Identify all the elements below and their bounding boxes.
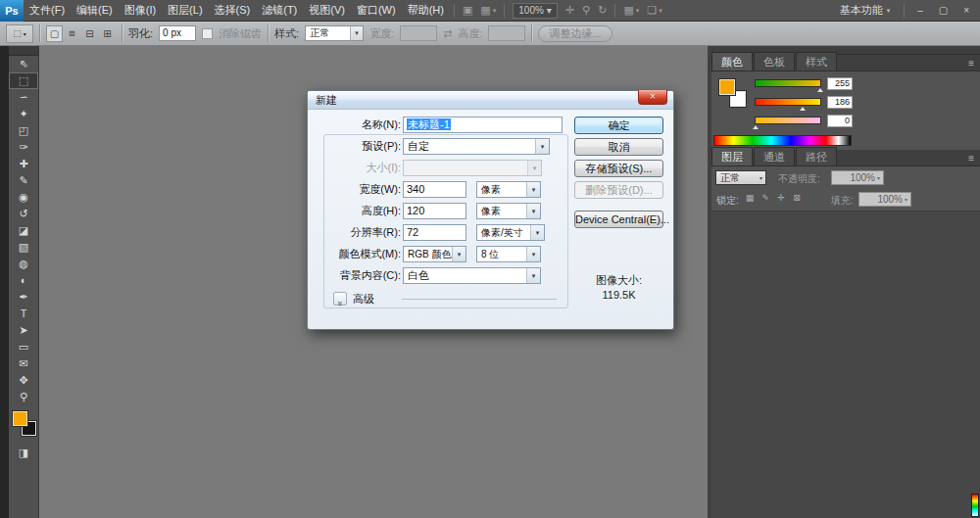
green-slider-thumb[interactable] <box>800 107 806 111</box>
lock-image-icon[interactable]: ✎ <box>759 193 772 203</box>
path-selection-tool[interactable]: ➤ <box>9 322 38 339</box>
dialog-close-button[interactable]: × <box>638 90 667 105</box>
clone-stamp-tool[interactable]: ◉ <box>9 189 38 206</box>
hand-tool-icon[interactable]: ✛ <box>562 4 578 17</box>
shape-tool[interactable]: ▭ <box>9 339 38 355</box>
red-value-field[interactable]: 255 <box>827 77 853 90</box>
width-unit-select[interactable]: 像素 ▾ <box>476 181 541 198</box>
chevron-down-icon: ▾ <box>526 182 540 197</box>
gradient-tool[interactable]: ▧ <box>9 239 38 256</box>
tab-color[interactable]: 颜色 <box>711 52 753 71</box>
fill-field[interactable]: 100% ▾ <box>858 192 911 207</box>
panel-menu-icon[interactable]: ≡ <box>962 58 980 71</box>
save-preset-button[interactable]: 存储预设(S)... <box>574 160 663 177</box>
blur-tool[interactable]: ◍ <box>9 256 38 272</box>
background-contents-select[interactable]: 白色 ▾ <box>403 267 541 284</box>
lock-all-icon[interactable]: ⊠ <box>790 193 804 203</box>
preset-select[interactable]: 自定 ▾ <box>403 138 550 155</box>
ok-button[interactable]: 确定 <box>574 117 663 134</box>
lock-position-icon[interactable]: ✛ <box>774 193 788 203</box>
foreground-color-swatch[interactable] <box>13 411 27 426</box>
arrange-documents-icon[interactable]: ▦▾ <box>619 4 643 17</box>
tools-panel-grip[interactable] <box>9 46 38 56</box>
lasso-tool[interactable]: ∽ <box>9 89 38 106</box>
color-mode-select[interactable]: RGB 颜色 ▾ <box>403 246 466 262</box>
resolution-input[interactable]: 72 <box>403 224 466 241</box>
lock-transparent-icon[interactable]: ▦ <box>743 193 757 203</box>
blue-slider-thumb[interactable] <box>753 125 759 129</box>
view-extras-icon[interactable]: ▦▾ <box>476 4 500 17</box>
height-input[interactable]: 120 <box>403 203 466 219</box>
menu-image[interactable]: 图像(I) <box>119 0 162 21</box>
notes-tool[interactable]: ✉ <box>9 355 38 372</box>
launch-bridge-icon[interactable]: ▣ <box>459 4 476 17</box>
tab-styles[interactable]: 样式 <box>796 52 837 71</box>
bit-depth-select[interactable]: 8 位 ▾ <box>476 246 541 262</box>
green-value-field[interactable]: 186 <box>827 96 853 109</box>
layers-options-row: 正常 ▾ 不透明度: 100% ▾ <box>711 168 980 189</box>
zoom-level-field[interactable]: 100% ▾ <box>513 3 558 19</box>
opacity-field[interactable]: 100% ▾ <box>831 170 884 185</box>
menu-view[interactable]: 视图(V) <box>303 0 351 21</box>
subtract-from-selection-icon[interactable]: ⊟ <box>81 25 98 42</box>
workspace-switcher[interactable]: 基本功能 ▾ <box>832 3 899 18</box>
type-tool[interactable]: T <box>9 306 38 322</box>
close-button[interactable]: × <box>956 1 976 21</box>
dodge-tool[interactable]: ◐ <box>9 272 38 289</box>
mini-color-ramp[interactable] <box>971 494 979 517</box>
dialog-titlebar[interactable]: 新建 × <box>308 91 673 110</box>
tab-paths[interactable]: 路径 <box>796 147 837 165</box>
red-slider[interactable] <box>755 79 821 87</box>
brush-tool[interactable]: ✎ <box>9 172 38 189</box>
zoom-tool[interactable]: ⚲ <box>9 389 38 405</box>
spot-healing-tool[interactable]: ✚ <box>9 156 38 172</box>
rectangular-marquee-tool[interactable]: ⬚ <box>9 72 38 89</box>
cancel-button[interactable]: 取消 <box>574 138 663 156</box>
tab-layers[interactable]: 图层 <box>711 147 753 165</box>
advanced-expander[interactable]: » <box>333 292 347 306</box>
new-selection-icon[interactable]: ▢ <box>46 25 63 42</box>
style-select[interactable]: 正常 ▾ <box>305 25 364 41</box>
restore-button[interactable]: ▢ <box>932 1 955 21</box>
zoom-tool-icon[interactable]: ⚲ <box>578 4 594 17</box>
eraser-tool[interactable]: ◪ <box>9 222 38 239</box>
hand-tool[interactable]: ✥ <box>9 372 38 389</box>
preset-label: 预设(P): <box>318 138 401 155</box>
tab-channels[interactable]: 通道 <box>754 147 795 165</box>
menu-file[interactable]: 文件(F) <box>24 0 71 21</box>
blue-value-field[interactable]: 0 <box>827 115 853 127</box>
menu-help[interactable]: 帮助(H) <box>402 0 450 21</box>
pen-tool[interactable]: ✒ <box>9 289 38 306</box>
rotate-view-icon[interactable]: ↻ <box>594 4 611 17</box>
blend-mode-select[interactable]: 正常 ▾ <box>715 170 766 185</box>
eyedropper-tool[interactable]: ✑ <box>9 139 38 156</box>
menu-select[interactable]: 选择(S) <box>209 0 257 21</box>
minimize-button[interactable]: – <box>910 1 930 21</box>
color-spectrum-ramp[interactable] <box>713 135 852 146</box>
intersect-selection-icon[interactable]: ⊞ <box>99 25 116 42</box>
menu-filter[interactable]: 滤镜(T) <box>256 0 303 21</box>
tab-swatches[interactable]: 色板 <box>754 52 795 71</box>
menu-edit[interactable]: 编辑(E) <box>71 0 119 21</box>
move-tool[interactable]: ⇖ <box>9 56 38 72</box>
height-unit-select[interactable]: 像素 ▾ <box>476 203 541 219</box>
blue-slider[interactable] <box>755 117 821 124</box>
device-central-button[interactable]: Device Central(E)... <box>574 211 663 228</box>
quick-selection-tool[interactable]: ✦ <box>9 106 38 122</box>
feather-input[interactable]: 0 px <box>159 25 196 41</box>
green-slider[interactable] <box>755 98 821 106</box>
panel-menu-icon[interactable]: ≡ <box>962 153 980 165</box>
foreground-color-swatch[interactable] <box>719 79 735 95</box>
add-to-selection-icon[interactable]: ⧈ <box>64 25 80 42</box>
tool-preset-picker[interactable]: ⬚ ▾ <box>6 24 33 43</box>
history-brush-tool[interactable]: ↺ <box>9 206 38 222</box>
crop-tool[interactable]: ◰ <box>9 122 38 139</box>
resolution-unit-select[interactable]: 像素/英寸 ▾ <box>476 224 545 241</box>
screen-mode-icon[interactable]: ❏▾ <box>643 4 665 17</box>
menu-layer[interactable]: 图层(L) <box>162 0 208 21</box>
red-slider-thumb[interactable] <box>817 88 823 92</box>
width-input[interactable]: 340 <box>403 181 466 198</box>
quick-mask-toggle[interactable]: ◨ <box>9 445 38 461</box>
menu-window[interactable]: 窗口(W) <box>351 0 402 21</box>
name-input[interactable]: 未标题-1 <box>403 117 563 133</box>
